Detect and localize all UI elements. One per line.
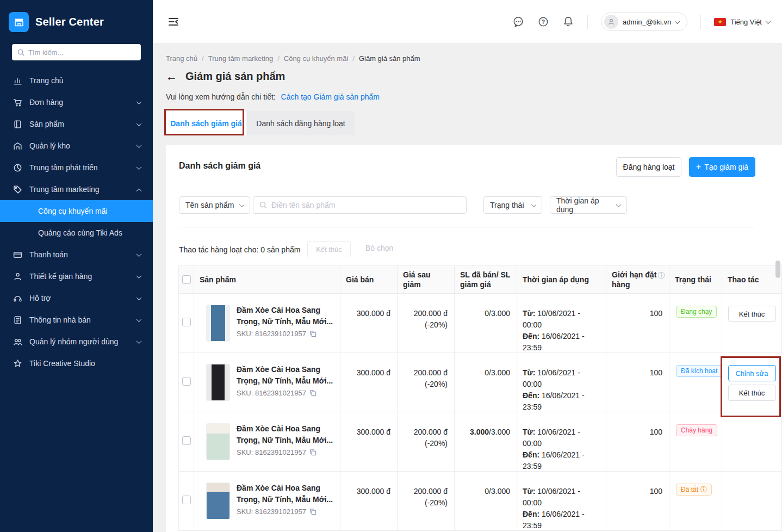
sidebar-item-store-design[interactable]: Thiết kế gian hàng <box>0 265 153 287</box>
sidebar-item-tiki-ads[interactable]: Quảng cáo cùng Tiki Ads <box>0 222 153 244</box>
bulk-end-button[interactable]: Kết thúc <box>307 241 351 257</box>
end-discount-button[interactable]: Kết thúc <box>728 385 776 401</box>
back-arrow-icon[interactable]: ← <box>166 71 177 82</box>
product-search-box[interactable] <box>253 196 467 214</box>
search-icon <box>259 201 267 209</box>
sidebar-search-box[interactable] <box>12 44 141 60</box>
topbar: ? admin_@tiki.vn ★ Tiếng Việt <box>153 0 782 44</box>
breadcrumb-promotion-tools[interactable]: Công cụ khuyến mãi <box>284 54 349 63</box>
product-name: Đầm Xòe Cài Hoa Sang Trọng, Nữ Tính, Mẫu… <box>237 482 334 505</box>
time-cell: Từ: 10/06/2021 - 00:00 Đến: 16/06/2021 -… <box>517 294 606 353</box>
products-icon <box>13 120 22 129</box>
bell-icon[interactable] <box>562 16 574 28</box>
product-sku: SKU: 8162391021957 <box>237 389 306 397</box>
person-icon <box>13 272 22 281</box>
sidebar-item-products[interactable]: Sản phẩm <box>0 113 153 135</box>
bulk-deselect-button[interactable]: Bỏ chọn <box>365 244 393 252</box>
breadcrumb-marketing-center[interactable]: Trung tâm marketing <box>208 54 273 63</box>
actions-cell <box>722 412 782 472</box>
product-sku: SKU: 8162391021957 <box>237 508 306 516</box>
help-icon[interactable]: ? <box>537 16 549 28</box>
sidebar-item-user-groups[interactable]: Quản lý nhóm người dùng <box>0 331 153 352</box>
sidebar-collapse-icon[interactable] <box>167 15 180 30</box>
end-discount-button[interactable]: Kết thúc <box>728 306 776 322</box>
account-menu[interactable]: admin_@tiki.vn <box>601 13 687 31</box>
sidebar-item-orders[interactable]: Đơn hàng <box>0 91 153 113</box>
status-filter[interactable]: Trạng thái <box>483 196 542 214</box>
chevron-down-icon <box>616 202 622 207</box>
row-checkbox-cell <box>178 412 194 472</box>
col-header-order-limit: Giới hạn đặt hàng ⓘ <box>606 265 669 294</box>
bulk-upload-button[interactable]: Đăng hàng loạt <box>616 157 681 177</box>
product-name: Đầm Xòe Cài Hoa Sang Trọng, Nữ Tính, Mẫu… <box>237 305 334 327</box>
guide-link[interactable]: Cách tạo Giảm giá sản phẩm <box>281 92 380 101</box>
copy-icon[interactable] <box>309 330 316 337</box>
language-selector[interactable]: ★ Tiếng Việt <box>714 18 774 26</box>
product-search-input[interactable] <box>271 201 460 209</box>
guide-text: Vui lòng xem hướng dẫn chi tiết: <box>166 92 276 101</box>
search-field-select[interactable]: Tên sản phẩm <box>179 196 250 214</box>
sold-quota-cell: 3.000/3.000 <box>455 412 517 472</box>
warehouse-icon <box>13 141 22 151</box>
row-checkbox[interactable] <box>182 318 191 326</box>
row-checkbox[interactable] <box>182 436 191 445</box>
actions-cell: Kết thúc <box>722 294 782 353</box>
tab-discount-list[interactable]: Danh sách giảm giá <box>166 111 246 135</box>
sidebar-item-seller-info[interactable]: Thông tin nhà bán <box>0 309 153 331</box>
sidebar-item-promotion-tools[interactable]: Công cụ khuyến mãi <box>0 200 153 222</box>
sold-quota-cell: 0/3.000 <box>455 353 517 412</box>
product-cell: Đầm Xòe Cài Hoa Sang Trọng, Nữ Tính, Mẫu… <box>194 412 340 472</box>
search-icon <box>17 49 24 56</box>
store-logo-icon <box>9 12 29 32</box>
sidebar-item-payments[interactable]: Thanh toán <box>0 244 153 265</box>
info-icon[interactable]: ⓘ <box>658 271 665 281</box>
chevron-down-icon <box>136 338 142 344</box>
language-label: Tiếng Việt <box>730 18 762 26</box>
chat-icon[interactable] <box>512 16 524 28</box>
tab-bulk-upload-list[interactable]: Danh sách đăng hàng loạt <box>247 111 355 135</box>
chevron-down-icon <box>136 99 142 104</box>
row-checkbox-cell <box>178 353 194 412</box>
status-badge: Đã kích hoạt <box>676 365 722 377</box>
product-image <box>206 482 230 519</box>
sidebar-item-marketing-center[interactable]: Trung tâm marketing <box>0 178 153 200</box>
user-group-icon <box>13 337 22 347</box>
row-checkbox[interactable] <box>182 496 191 504</box>
copy-icon[interactable] <box>309 449 316 456</box>
sidebar-item-creative-studio[interactable]: Tiki Creative Studio <box>0 352 153 374</box>
time-filter[interactable]: Thời gian áp dụng <box>550 196 627 214</box>
copy-icon[interactable] <box>309 508 316 515</box>
sidebar-search-input[interactable] <box>28 48 135 57</box>
select-all-checkbox[interactable] <box>182 275 191 284</box>
sidebar-item-warehouse[interactable]: Quản lý kho <box>0 135 153 157</box>
chevron-down-icon <box>766 18 771 24</box>
sidebar-item-development-center[interactable]: Trung tâm phát triển <box>0 157 153 178</box>
order-limit-cell: 100 <box>606 412 669 472</box>
seller-center-logo[interactable]: Seller Center <box>0 0 153 41</box>
edit-discount-button[interactable]: Chỉnh sửa <box>728 365 776 381</box>
product-cell: Đầm Xòe Cài Hoa Sang Trọng, Nữ Tính, Mẫu… <box>194 294 340 353</box>
breadcrumb-home[interactable]: Trang chủ <box>166 54 197 63</box>
scrollbar-thumb[interactable] <box>775 261 780 278</box>
copy-icon[interactable] <box>309 389 316 397</box>
row-checkbox-cell <box>178 294 194 353</box>
headset-icon <box>13 294 22 303</box>
chevron-down-icon <box>136 251 142 257</box>
sale-price-cell: 200.000 đ(-20%) <box>398 472 455 531</box>
chevron-down-icon <box>136 273 142 279</box>
sold-quota-cell: 0/3.000 <box>455 294 517 353</box>
product-image <box>206 364 230 401</box>
time-cell: Từ: 10/06/2021 - 00:00 Đến: 16/06/2021 -… <box>517 472 606 531</box>
sidebar-item-support[interactable]: Hỗ trợ <box>0 287 153 309</box>
row-checkbox[interactable] <box>182 377 191 386</box>
sidebar-item-home[interactable]: Trang chủ <box>0 70 153 91</box>
actions-cell: Chỉnh sửa Kết thúc <box>722 353 782 412</box>
product-name: Đầm Xòe Cài Hoa Sang Trọng, Nữ Tính, Mẫu… <box>237 423 334 446</box>
create-discount-button[interactable]: + Tạo giảm giá <box>689 157 755 177</box>
discount-table: Sản phẩm Giá bán Giá sau giảm SL đã bán/… <box>178 265 782 531</box>
chevron-down-icon <box>136 164 142 170</box>
col-header-actions: Thao tác <box>722 265 782 294</box>
topbar-divider <box>587 15 588 29</box>
chevron-down-icon <box>531 202 537 207</box>
col-header-price: Giá bán <box>340 265 398 294</box>
